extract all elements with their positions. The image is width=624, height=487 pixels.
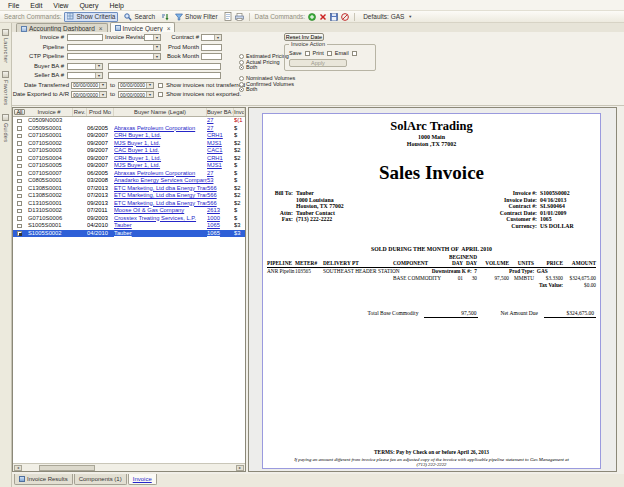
close-icon[interactable]: × — [99, 25, 103, 32]
menu-view[interactable]: View — [48, 2, 73, 9]
buyer-name-link[interactable]: Tauber — [114, 222, 207, 230]
radio-icon[interactable] — [239, 82, 244, 87]
row-checkbox[interactable] — [17, 171, 22, 176]
table-row[interactable]: S1005S000104/2010Tauber1065$3 — [13, 222, 245, 230]
table-row[interactable]: C0710S000706/2005Abraxas Petroleum Corpo… — [13, 170, 245, 178]
table-row[interactable]: C0509N000327$(1 — [13, 117, 245, 125]
show-not-transferred-checkbox[interactable] — [158, 83, 163, 88]
date-exported-from-input[interactable]: 00/00/0000▼ — [71, 91, 107, 98]
table-row[interactable]: C0710S000309/2007CAC Buyer 1 Ltd.CAC1$2 — [13, 147, 245, 155]
buyer-ba-name-input[interactable] — [108, 63, 221, 70]
buyer-name-link[interactable]: CAC Buyer 1 Ltd. — [114, 147, 207, 155]
ctp-pipeline-select[interactable]: ▼ — [67, 53, 161, 60]
table-row[interactable]: C0509S000106/2005Abraxas Petroleum Corpo… — [13, 125, 245, 133]
sidebar-item-guides[interactable]: Guides — [2, 114, 9, 142]
buyer-name-link[interactable]: ETC Marketing, Ltd dba Energy Transfer — [114, 185, 207, 193]
row-checkbox[interactable] — [17, 186, 22, 191]
buyer-ba-link[interactable]: 53 — [207, 177, 234, 185]
date-transferred-from-input[interactable]: 00/00/0000▼ — [71, 82, 107, 89]
print-icon[interactable] — [235, 13, 244, 21]
buyer-ba-link[interactable]: MJS1 — [207, 162, 234, 170]
bottom-tab-invoice[interactable]: Invoice — [128, 474, 157, 485]
table-row[interactable]: C1310S000109/2013ETC Marketing, Ltd dba … — [13, 200, 245, 208]
column-header-rev[interactable]: Rev. — [73, 108, 87, 116]
radio-icon[interactable] — [239, 54, 244, 59]
row-checkbox[interactable] — [17, 224, 22, 229]
row-checkbox[interactable] — [17, 201, 22, 206]
buyer-name-link[interactable]: CRH Buyer 1, Ltd. — [114, 132, 207, 140]
prod-month-input[interactable] — [201, 44, 222, 51]
invoice-number-input[interactable] — [67, 34, 103, 41]
scroll-left-icon[interactable]: ◄ — [14, 465, 22, 471]
row-checkbox[interactable] — [17, 141, 22, 146]
buyer-name-link[interactable]: Anadarko Energy Services Company — [114, 177, 207, 185]
buyer-ba-link[interactable]: 27 — [207, 117, 234, 125]
buyer-ba-link[interactable]: 566 — [207, 200, 234, 208]
show-not-exported-checkbox[interactable] — [158, 92, 163, 97]
close-icon[interactable]: × — [167, 25, 171, 32]
book-month-input[interactable] — [201, 53, 222, 60]
buyer-ba-link[interactable]: MJS1 — [207, 140, 234, 148]
buyer-ba-link[interactable]: CAC1 — [207, 147, 234, 155]
reset-inv-date-button[interactable]: Reset Inv Date — [284, 33, 324, 41]
row-checkbox[interactable] — [17, 164, 22, 169]
buyer-ba-link[interactable]: 566 — [207, 192, 234, 200]
delete-icon[interactable] — [319, 13, 327, 21]
buyer-ba-link[interactable]: 27 — [207, 170, 234, 178]
row-checkbox[interactable] — [17, 216, 22, 221]
table-row[interactable]: C0710S000109/2007CRH Buyer 1, Ltd.CRH1$ — [13, 132, 245, 140]
radio-option-both[interactable]: Both — [239, 87, 295, 93]
menu-query[interactable]: Query — [74, 2, 103, 9]
menu-help[interactable]: Help — [104, 2, 128, 9]
row-checkbox[interactable] — [17, 156, 22, 161]
buyer-name-link[interactable]: Crosstex Treating Services, L.P. — [114, 215, 207, 223]
buyer-name-link[interactable]: ETC Marketing, Ltd dba Energy Transfer — [114, 192, 207, 200]
radio-icon[interactable] — [239, 76, 244, 81]
menu-file[interactable]: File — [3, 2, 24, 9]
radio-icon[interactable] — [239, 87, 244, 92]
select-all-button[interactable]: All — [14, 109, 25, 115]
buyer-name-link[interactable]: ETC Marketing, Ltd dba Energy Transfer — [114, 200, 207, 208]
table-row[interactable]: G0710S000609/2003Crosstex Treating Servi… — [13, 215, 245, 223]
menu-edit[interactable]: Edit — [25, 2, 47, 9]
radio-icon[interactable] — [239, 65, 244, 70]
search-button[interactable]: Search — [121, 12, 158, 22]
table-row[interactable]: C0710S000409/2007CRH Buyer 1, Ltd.CRH1$2 — [13, 155, 245, 163]
radio-option-both[interactable]: Both — [239, 65, 289, 71]
column-header-invoic[interactable]: Invoic — [234, 108, 245, 116]
print-checkbox[interactable] — [327, 51, 332, 56]
row-checkbox[interactable] — [17, 126, 22, 131]
radio-icon[interactable] — [239, 60, 244, 65]
cancel-icon[interactable] — [341, 13, 349, 21]
buyer-name-link[interactable]: Moose Oil & Gas Company — [114, 207, 207, 215]
invoice-revision-select[interactable]: ▼ — [144, 34, 161, 41]
seller-ba-name-input[interactable] — [108, 72, 221, 79]
scrollbar-thumb[interactable] — [39, 465, 95, 471]
buyer-ba-link[interactable]: 1065 — [207, 222, 234, 230]
save-checkbox[interactable] — [305, 51, 310, 56]
table-row[interactable]: C0710S000209/2007MJS Buyer 1, Ltd.MJS1$2 — [13, 140, 245, 148]
row-checkbox[interactable] — [17, 119, 22, 124]
buyer-ba-link[interactable]: 1000 — [207, 215, 234, 223]
buyer-name-link[interactable]: Abraxas Petroleum Corporation — [114, 125, 207, 133]
contract-number-select[interactable]: ▼ — [201, 34, 222, 41]
date-exported-to-input[interactable]: 00/00/0000▼ — [118, 91, 154, 98]
date-transferred-to-input[interactable]: 00/00/0000▼ — [118, 82, 154, 89]
seller-ba-select[interactable]: ▼ — [67, 72, 103, 79]
buyer-name-link[interactable]: MJS Buyer 1, Ltd. — [114, 140, 207, 148]
row-checkbox[interactable] — [17, 231, 22, 236]
buyer-name-link[interactable]: Abraxas Petroleum Corporation — [114, 170, 207, 178]
row-checkbox[interactable] — [17, 134, 22, 139]
column-header-buyer-ba[interactable]: Buyer BA # — [207, 108, 234, 116]
insert-icon[interactable] — [308, 13, 316, 21]
defaults-dropdown[interactable]: Defaults: GAS ▼ — [360, 12, 415, 22]
sort-icon[interactable] — [161, 13, 169, 21]
column-header-all[interactable]: All — [13, 108, 26, 116]
save-icon[interactable] — [330, 13, 338, 21]
buyer-ba-select[interactable]: ▼ — [67, 63, 103, 70]
show-criteria-button[interactable]: Show Criteria — [64, 12, 118, 22]
row-checkbox[interactable] — [17, 194, 22, 199]
table-row[interactable]: C0710S000509/2007MJS Buyer 1, Ltd.MJS1$ — [13, 162, 245, 170]
sidebar-item-launcher[interactable]: Launcher — [2, 29, 9, 63]
export-icon[interactable] — [224, 12, 232, 21]
